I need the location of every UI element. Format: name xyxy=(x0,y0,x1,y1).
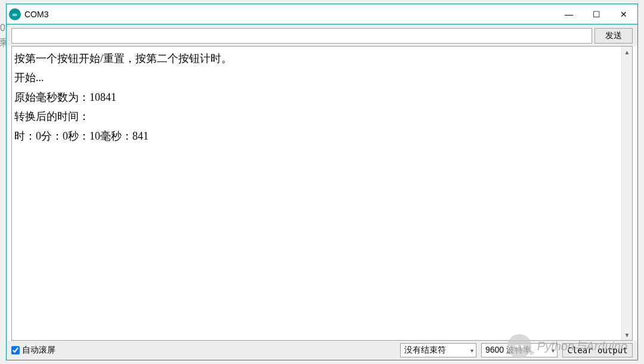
autoscroll-input[interactable] xyxy=(11,346,20,354)
line-ending-value: 没有结束符 xyxy=(404,345,446,356)
scroll-track[interactable] xyxy=(622,57,632,329)
close-button[interactable]: ✕ xyxy=(610,4,637,24)
bg-stray-char: 0 xyxy=(0,23,5,33)
window-controls: — ☐ ✕ xyxy=(555,4,637,24)
minimize-button[interactable]: — xyxy=(555,4,583,24)
arduino-icon: ∞ xyxy=(9,8,21,20)
scroll-up-icon[interactable]: ▲ xyxy=(622,47,632,57)
baud-rate-select[interactable]: 9600 波特率 ▾ xyxy=(481,343,558,357)
scroll-down-icon[interactable]: ▼ xyxy=(622,329,632,340)
autoscroll-checkbox[interactable]: 自动滚屏 xyxy=(11,345,55,356)
chevron-down-icon: ▾ xyxy=(470,347,473,354)
scrollbar[interactable]: ▲ ▼ xyxy=(621,47,632,340)
line-ending-select[interactable]: 没有结束符 ▾ xyxy=(400,343,476,357)
baud-rate-value: 9600 波特率 xyxy=(485,345,531,356)
window-title: COM3 xyxy=(24,10,48,19)
autoscroll-label: 自动滚屏 xyxy=(22,345,55,356)
send-input[interactable] xyxy=(11,28,592,44)
output-area: 按第一个按钮开始/重置，按第二个按钮计时。 开始... 原始毫秒数为：10841… xyxy=(11,46,633,341)
bottom-bar: 自动滚屏 没有结束符 ▾ 9600 波特率 ▾ Clear output xyxy=(7,341,637,360)
send-button[interactable]: 发送 xyxy=(595,28,633,44)
titlebar: ∞ COM3 — ☐ ✕ xyxy=(7,4,637,24)
clear-output-button[interactable]: Clear output xyxy=(562,343,633,357)
chevron-down-icon: ▾ xyxy=(552,347,555,354)
serial-monitor-window: ∞ COM3 — ☐ ✕ 发送 按第一个按钮开始/重置，按第二个按钮计时。 开始… xyxy=(6,4,638,360)
send-row: 发送 xyxy=(7,24,637,46)
maximize-button[interactable]: ☐ xyxy=(583,4,610,24)
serial-output[interactable]: 按第一个按钮开始/重置，按第二个按钮计时。 开始... 原始毫秒数为：10841… xyxy=(12,47,621,340)
